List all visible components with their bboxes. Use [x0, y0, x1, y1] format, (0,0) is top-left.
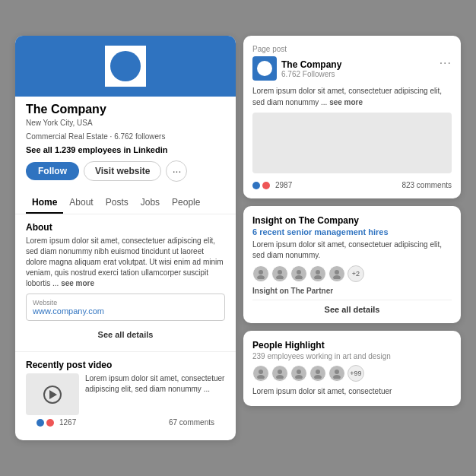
- company-industry: Commercial Real Estate · 6.762 followers: [26, 132, 225, 142]
- svg-point-15: [295, 375, 303, 379]
- three-dots-menu[interactable]: ···: [440, 56, 452, 70]
- about-see-more[interactable]: see more: [61, 279, 94, 287]
- about-section: About Lorem ipsum dolor sit amet, consec…: [15, 214, 236, 352]
- svg-point-8: [335, 270, 339, 274]
- post-company-logo: [252, 56, 277, 81]
- reaction-red-dot: [46, 419, 54, 427]
- tab-posts[interactable]: Posts: [100, 192, 135, 214]
- people-highlight-sub: 239 employees working in art and design: [252, 352, 452, 360]
- play-button[interactable]: [43, 386, 62, 404]
- insight-text: Lorem ipsum dolor sit amet, consectetuer…: [252, 240, 452, 261]
- svg-point-0: [259, 270, 263, 274]
- post-company-name: The Company: [281, 59, 341, 70]
- svg-point-16: [316, 370, 320, 374]
- insight-title: Insight on The Company: [252, 215, 452, 226]
- website-link[interactable]: www.company.com: [33, 306, 218, 316]
- avatar-1: [252, 265, 269, 282]
- people-avatar-2: [271, 365, 288, 382]
- more-button[interactable]: ···: [166, 160, 187, 182]
- people-highlight-text: Lorem ipsum dolor sit amet, consectetuer: [252, 386, 452, 397]
- post-logo-circle: [257, 61, 272, 76]
- insight-avatar-row: +2: [252, 265, 452, 282]
- post-footer: 2987 823 comments: [252, 178, 452, 189]
- people-avatar-1: [252, 365, 269, 382]
- about-title: About: [26, 222, 225, 233]
- page-post-card: Page post The Company 6.762 Followers ··…: [243, 36, 461, 198]
- video-footer: 1267 67 comments: [26, 415, 225, 433]
- see-employees[interactable]: See all 1.239 employees in Linkedin: [26, 145, 225, 154]
- svg-point-5: [295, 275, 303, 279]
- page-post-header: The Company 6.762 Followers ···: [252, 56, 452, 81]
- profile-banner: [15, 36, 236, 97]
- svg-point-9: [333, 275, 341, 279]
- post-reaction-count: 2987: [275, 181, 292, 189]
- avatar-3: [290, 265, 307, 282]
- tab-jobs[interactable]: Jobs: [135, 192, 166, 214]
- post-reaction-red: [262, 182, 270, 189]
- nav-tabs: Home About Posts Jobs People: [15, 192, 236, 214]
- see-all-details-insight[interactable]: See all details: [252, 300, 452, 314]
- avatar-plus: +2: [347, 265, 364, 282]
- svg-point-19: [333, 375, 341, 379]
- video-section: Recently post video Lorem ipsum dolor si…: [15, 352, 236, 440]
- reaction-blue-dot: [36, 419, 44, 427]
- video-reaction-count: 1267: [59, 418, 76, 427]
- company-location: New York City, USA: [26, 118, 225, 129]
- svg-point-14: [297, 370, 301, 374]
- insight-partner: Insight on The Partner: [252, 287, 452, 295]
- post-company-info: The Company 6.762 Followers: [281, 59, 341, 78]
- post-reaction-blue: [252, 182, 260, 189]
- post-image: [252, 113, 452, 173]
- svg-point-11: [257, 375, 265, 379]
- profile-info: The Company New York City, USA Commercia…: [15, 97, 236, 192]
- company-name: The Company: [26, 103, 225, 116]
- people-highlight-title: People Highlight: [252, 340, 452, 351]
- video-comments-count: 67 comments: [169, 418, 214, 427]
- post-text: Lorem ipsum dolor sit amet, consectetuer…: [252, 85, 452, 108]
- people-avatar-plus: +99: [347, 365, 364, 382]
- svg-point-4: [297, 270, 301, 274]
- people-highlight-card: People Highlight 239 employees working i…: [243, 331, 461, 406]
- page-post-label: Page post: [252, 45, 452, 53]
- company-logo-box: [103, 43, 148, 89]
- right-cards: Page post The Company 6.762 Followers ··…: [243, 36, 461, 440]
- website-box: Website www.company.com: [26, 294, 225, 321]
- svg-point-12: [278, 370, 282, 374]
- post-reaction-row: 2987: [252, 181, 292, 189]
- avatar-4: [309, 265, 326, 282]
- action-buttons: Follow Visit website ···: [26, 160, 225, 182]
- website-label: Website: [33, 299, 218, 306]
- avatar-2: [271, 265, 288, 282]
- svg-point-18: [335, 370, 339, 374]
- svg-point-17: [314, 375, 322, 379]
- left-profile-card: The Company New York City, USA Commercia…: [15, 36, 236, 440]
- video-thumbnail[interactable]: [26, 373, 79, 415]
- play-icon: [49, 390, 57, 399]
- about-text: Lorem ipsum dolor sit amet, consectetuer…: [26, 236, 225, 289]
- video-content: Lorem ipsum dolor sit amet, consectetuer…: [26, 373, 225, 415]
- follow-button[interactable]: Follow: [26, 162, 79, 180]
- see-all-details-about[interactable]: See all details: [26, 325, 225, 344]
- insight-subtitle: 6 recent senior management hires: [252, 227, 452, 236]
- post-company-row: The Company 6.762 Followers: [252, 56, 341, 81]
- tab-about[interactable]: About: [63, 192, 99, 214]
- svg-point-7: [314, 275, 322, 279]
- visit-website-button[interactable]: Visit website: [84, 161, 161, 181]
- company-logo-circle: [110, 51, 141, 81]
- video-description: Lorem ipsum dolor sit amet, consectetuer…: [85, 373, 225, 395]
- video-title: Recently post video: [26, 360, 225, 370]
- people-avatar-row: +99: [252, 365, 452, 382]
- people-avatar-5: [328, 365, 345, 382]
- tab-people[interactable]: People: [166, 192, 206, 214]
- svg-point-6: [316, 270, 320, 274]
- post-followers: 6.762 Followers: [281, 70, 341, 78]
- reaction-row: 1267: [36, 418, 76, 427]
- svg-point-13: [276, 375, 284, 379]
- tab-home[interactable]: Home: [26, 192, 63, 214]
- people-avatar-4: [309, 365, 326, 382]
- svg-point-2: [278, 270, 282, 274]
- avatar-5: [328, 265, 345, 282]
- post-comments-count: 823 comments: [401, 181, 452, 189]
- svg-point-3: [276, 275, 284, 279]
- post-see-more[interactable]: see more: [329, 98, 363, 106]
